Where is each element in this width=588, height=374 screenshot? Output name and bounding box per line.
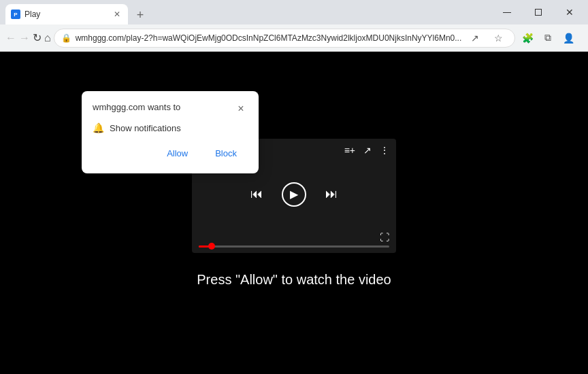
- menu-icon: ⋮: [584, 33, 588, 44]
- forward-icon: →: [19, 32, 30, 44]
- back-button[interactable]: ←: [5, 29, 16, 48]
- tab-close-button[interactable]: ✕: [112, 9, 122, 20]
- video-right-icons: ≡+ ↗ ⋮: [344, 145, 389, 156]
- popup-close-button[interactable]: ×: [234, 102, 248, 116]
- video-bottom: ⛶: [192, 232, 396, 253]
- address-bar[interactable]: 🔒 wmhggg.com/play-2?h=waWQiOjEwMjg0ODcsI…: [54, 29, 516, 48]
- fullscreen-icon[interactable]: ⛶: [380, 232, 389, 243]
- allow-button[interactable]: Allow: [156, 144, 199, 163]
- extension-button[interactable]: 🧩: [518, 29, 537, 48]
- extension-icon: 🧩: [522, 33, 534, 44]
- window-controls: ✕: [491, 0, 588, 24]
- title-bar: P Play ✕ + ✕: [0, 0, 588, 24]
- menu-button[interactable]: ⋮: [579, 29, 588, 48]
- progress-dot: [208, 243, 215, 250]
- maximize-icon: [535, 9, 542, 16]
- tab-title: Play: [24, 10, 108, 19]
- avatar-icon: 👤: [563, 33, 574, 44]
- new-tab-button[interactable]: +: [131, 5, 150, 24]
- page-content: wmhggg.com wants to × 🔔 Show notificatio…: [0, 52, 588, 374]
- maximize-button[interactable]: [523, 0, 554, 24]
- reload-icon: ↻: [33, 31, 42, 44]
- play-button[interactable]: ▶: [282, 182, 306, 207]
- close-icon: ✕: [566, 7, 574, 18]
- minimize-icon: [503, 12, 511, 13]
- popup-buttons: Allow Block: [93, 144, 248, 163]
- share-address-icon[interactable]: ↗: [466, 29, 485, 48]
- home-button[interactable]: ⌂: [44, 29, 51, 48]
- progress-bar[interactable]: [199, 245, 389, 248]
- minimize-button[interactable]: [491, 0, 523, 24]
- active-tab[interactable]: P Play ✕: [5, 4, 128, 24]
- notification-popup: wmhggg.com wants to × 🔔 Show notificatio…: [82, 91, 259, 173]
- fullscreen-row: ⛶: [199, 232, 389, 243]
- browser-frame: P Play ✕ + ✕ ← → ↻: [0, 0, 588, 374]
- play-icon: ▶: [290, 188, 298, 201]
- close-button[interactable]: ✕: [554, 0, 585, 24]
- press-allow-text: Press "Allow" to watch the video: [197, 272, 391, 288]
- notification-label: Show notifications: [110, 123, 181, 133]
- lock-icon: 🔒: [61, 33, 71, 43]
- split-icon: ⧉: [544, 32, 551, 44]
- reload-button[interactable]: ↻: [33, 29, 42, 48]
- toolbar: ← → ↻ ⌂ 🔒 wmhggg.com/play-2?h=waWQiOjEwM…: [0, 24, 588, 52]
- add-to-playlist-icon[interactable]: ≡+: [344, 145, 355, 156]
- notification-row: 🔔 Show notifications: [93, 122, 248, 133]
- next-button[interactable]: ⏭: [325, 187, 338, 201]
- popup-header: wmhggg.com wants to ×: [93, 102, 248, 116]
- popup-title: wmhggg.com wants to: [93, 102, 180, 112]
- profile-button[interactable]: 👤: [559, 29, 578, 48]
- block-button[interactable]: Block: [204, 144, 248, 163]
- back-icon: ←: [5, 32, 16, 44]
- video-share-icon[interactable]: ↗: [363, 145, 372, 156]
- tab-strip: P Play ✕ +: [0, 0, 150, 24]
- toolbar-right: 🧩 ⧉ 👤 ⋮: [518, 29, 588, 48]
- tab-favicon: P: [11, 10, 20, 19]
- progress-fill: [199, 245, 208, 248]
- video-more-icon[interactable]: ⋮: [380, 145, 389, 156]
- url-text: wmhggg.com/play-2?h=waWQiOjEwMjg0ODcsInN…: [76, 33, 462, 43]
- forward-button[interactable]: →: [19, 29, 30, 48]
- bell-icon: 🔔: [93, 122, 104, 133]
- prev-button[interactable]: ⏮: [250, 187, 263, 201]
- home-icon: ⌂: [44, 32, 51, 44]
- bookmark-icon[interactable]: ☆: [489, 29, 508, 48]
- split-button[interactable]: ⧉: [538, 29, 557, 48]
